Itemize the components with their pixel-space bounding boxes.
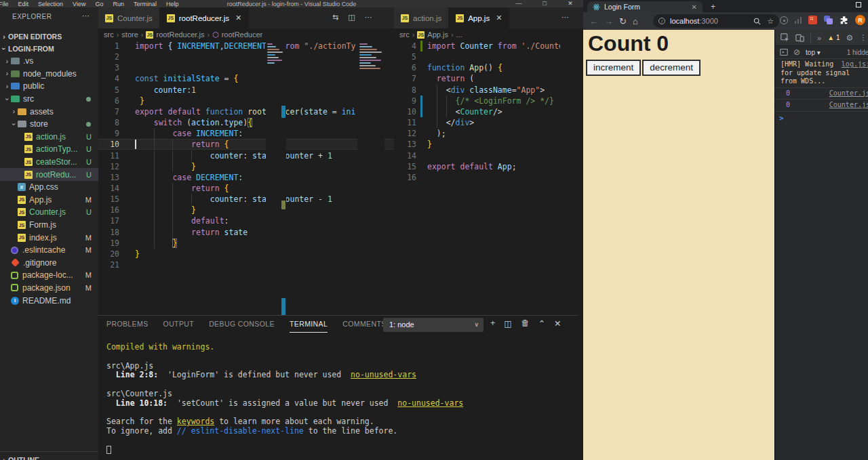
terminal-output[interactable]: Compiled with warnings. src\App.js Line …	[106, 343, 463, 455]
decrement-button[interactable]: decrement	[642, 60, 701, 76]
minimap-editor-1[interactable]	[357, 41, 384, 315]
menu-run[interactable]: Run	[108, 1, 129, 7]
tree-item--vs[interactable]: ›.vs	[0, 55, 98, 68]
tree-item--gitignore[interactable]: .gitignore	[0, 257, 98, 270]
console-source-link[interactable]: Counter.js	[829, 89, 868, 98]
menu-file[interactable]: File	[0, 1, 14, 7]
close-panel-icon[interactable]: ✕	[554, 318, 561, 329]
new-terminal-icon[interactable]: +	[490, 318, 495, 329]
tree-item-public[interactable]: ›public	[0, 80, 98, 93]
device-toolbar-icon[interactable]	[795, 33, 804, 42]
inspect-element-icon[interactable]	[781, 33, 789, 42]
clear-console-icon[interactable]: ⊘	[793, 47, 800, 57]
menu-go[interactable]: Go	[90, 1, 108, 7]
tree-item-store[interactable]: ›store	[0, 118, 98, 131]
tree-item-form-js[interactable]: JSForm.js	[0, 219, 98, 232]
panel-tab-terminal[interactable]: TERMINAL	[290, 320, 328, 333]
explorer-more-icon[interactable]: ⋯	[82, 12, 90, 20]
breadcrumb-editor-2[interactable]: src›JSApp.js›...	[399, 28, 462, 41]
terminal-shell-select[interactable]: 1: node ∨	[383, 318, 484, 332]
tree-item-node-modules[interactable]: ›node_modules	[0, 68, 98, 81]
more-actions-icon[interactable]: ⋯	[365, 13, 372, 22]
tree-item-package-loc-[interactable]: package-loc...M	[0, 269, 98, 282]
address-bar[interactable]: i localhost:3000 ☆	[653, 14, 779, 28]
tree-item--eslintcache[interactable]: .eslintcacheM	[0, 244, 98, 257]
workspace-root-section[interactable]: ›LOGIN-FROM	[0, 43, 98, 55]
menu-view[interactable]: View	[68, 1, 90, 7]
kill-terminal-icon[interactable]: 🗑	[521, 318, 530, 329]
minimize-icon[interactable]: —	[506, 0, 532, 7]
console-log[interactable]: log.js:[HMR] Waiting for update signal f…	[775, 59, 868, 123]
open-changes-icon[interactable]: ⇆	[332, 13, 338, 22]
panel-tab-debug-console[interactable]: DEBUG CONSOLE	[209, 320, 275, 333]
warning-count-badge[interactable]: ▲ 1	[827, 34, 840, 41]
menu-selection[interactable]: Selection	[33, 1, 68, 7]
zoom-icon[interactable]	[753, 18, 761, 25]
hidden-messages-label[interactable]: 1 hidden	[847, 49, 868, 56]
minimap-editor-2[interactable]	[266, 41, 286, 315]
maximize-icon[interactable]: □	[532, 0, 557, 7]
tab-close-icon[interactable]: ✕	[692, 3, 697, 11]
more-tabs-icon[interactable]: »	[817, 34, 821, 42]
breadcrumb-item[interactable]: src	[104, 30, 114, 39]
forward-icon[interactable]: →	[604, 16, 613, 26]
signal-bars-icon[interactable]	[795, 17, 802, 24]
breadcrumb-item[interactable]: ...	[456, 30, 462, 39]
menu-help[interactable]: Help	[161, 1, 184, 7]
panel-tab-comments[interactable]: COMMENTS	[342, 320, 386, 333]
new-tab-icon[interactable]: +	[711, 2, 715, 12]
bookmark-star-icon[interactable]: ☆	[767, 17, 774, 26]
console-source-link[interactable]: Counter.js	[829, 101, 868, 110]
panel-tab-output[interactable]: OUTPUT	[163, 320, 195, 333]
menu-edit[interactable]: Edit	[14, 1, 34, 7]
tree-item-actiontyp-[interactable]: JSactionTyp...U	[0, 143, 98, 156]
breadcrumb-editor-1[interactable]: src›store›JSrootReducer.js›⬡rootReducer	[104, 28, 262, 41]
extension-purple-icon[interactable]	[824, 16, 833, 24]
back-icon[interactable]: ←	[589, 16, 598, 26]
tab-close-icon[interactable]: ✕	[496, 14, 502, 22]
close-icon[interactable]: ✕	[557, 0, 583, 7]
console-message[interactable]: Counter.js0	[775, 100, 868, 112]
browser-restore-icon[interactable]	[856, 2, 861, 7]
tree-item-app-css[interactable]: #App.css	[0, 181, 98, 194]
split-editor-icon[interactable]: ◫	[348, 13, 355, 22]
tree-item-index-js[interactable]: JSindex.jsM	[0, 231, 98, 244]
more-actions-icon[interactable]: ⋯	[561, 13, 569, 22]
split-terminal-icon[interactable]: ◫	[504, 318, 512, 329]
console-message[interactable]: Counter.js0	[775, 88, 868, 100]
maximize-panel-icon[interactable]: ⌃	[538, 318, 545, 329]
tab-close-icon[interactable]: ✕	[235, 14, 241, 22]
devtools-more-icon[interactable]: ⋮	[859, 33, 867, 42]
breadcrumb-item[interactable]: App.js	[427, 30, 448, 39]
increment-button[interactable]: increment	[586, 60, 641, 76]
tab-action-js[interactable]: JSaction.js	[394, 7, 449, 28]
extension-red-icon[interactable]	[808, 16, 817, 24]
extensions-puzzle-icon[interactable]	[840, 16, 848, 24]
extension-circle-icon[interactable]	[780, 16, 788, 24]
breadcrumb-item[interactable]: rootReducer	[222, 30, 263, 39]
tree-item-counter-js[interactable]: JSCounter.jsU	[0, 206, 98, 219]
tree-item-assets[interactable]: ›assets	[0, 105, 98, 118]
tree-item-app-js[interactable]: JSApp.jsM	[0, 194, 98, 207]
tree-item-src[interactable]: ›src	[0, 93, 98, 106]
breadcrumb-item[interactable]: rootReducer.js	[156, 30, 204, 39]
console-sidebar-icon[interactable]	[780, 48, 788, 56]
tab-rootreducer-js[interactable]: JSrootReducer.js✕	[160, 7, 249, 28]
tree-item-action-js[interactable]: JSaction.jsU	[0, 131, 98, 144]
console-prompt[interactable]: >	[775, 112, 868, 123]
console-message[interactable]: log.js:[HMR] Waiting for update signal f…	[775, 59, 868, 88]
profile-avatar[interactable]: R	[855, 15, 865, 25]
breadcrumb-item[interactable]: src	[399, 30, 410, 39]
panel-tab-problems[interactable]: PROBLEMS	[106, 320, 149, 333]
site-info-icon[interactable]: i	[658, 18, 665, 24]
frame-context-select[interactable]: top ▾	[806, 49, 821, 56]
browser-tab[interactable]: Login Form ✕	[587, 1, 703, 12]
menu-terminal[interactable]: Terminal	[129, 1, 161, 7]
outline-section[interactable]: ›OUTLINE	[0, 451, 98, 460]
console-source-link[interactable]: log.js:	[842, 60, 868, 69]
code-editor-rootreducer[interactable]: 1import { INCREMENT,DECREMENT } from "./…	[98, 41, 394, 315]
devtools-settings-gear-icon[interactable]: ⚙	[846, 33, 854, 43]
open-editors-section[interactable]: ›OPEN EDITORS	[0, 30, 98, 43]
tree-item-ceatestor-[interactable]: JSceateStor...U	[0, 156, 98, 169]
tab-counter-js[interactable]: JSCounter.js	[98, 7, 160, 28]
